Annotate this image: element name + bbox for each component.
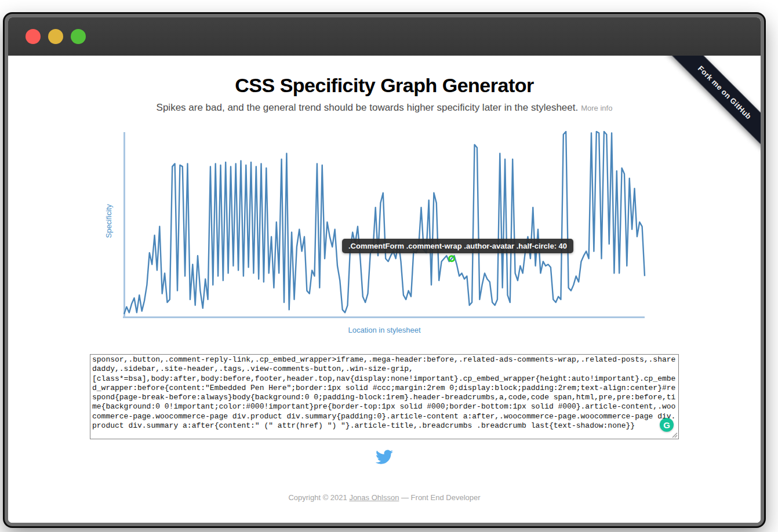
y-axis-label: Specificity (104, 204, 113, 238)
zoom-button[interactable] (71, 29, 86, 44)
author-link[interactable]: Jonas Ohlsson (349, 493, 399, 502)
specificity-chart: Specificity .CommentForm .comment-wrap .… (110, 131, 655, 334)
footer: Copyright © 2021 Jonas Ohlsson — Front E… (90, 493, 679, 502)
copyright-text: Copyright © 2021 (288, 493, 349, 502)
css-input[interactable]: sponsor,.button,.comment-reply-link,.cp_… (90, 354, 679, 439)
chart-tooltip: .CommentForm .comment-wrap .author-avata… (342, 239, 573, 253)
twitter-bird-icon (376, 450, 393, 464)
footer-suffix: — Front End Developer (399, 493, 480, 502)
more-info-link[interactable]: More info (581, 104, 612, 112)
app-window: Fork me on GitHub CSS Specificity Graph … (5, 14, 764, 526)
window-titlebar (8, 17, 761, 56)
page-title: CSS Specificity Graph Generator (90, 74, 679, 97)
resize-grip-icon[interactable] (671, 432, 678, 438)
specificity-line (124, 132, 645, 314)
page-subtitle: Spikes are bad, and the general trend sh… (90, 102, 679, 114)
close-button[interactable] (26, 29, 41, 44)
twitter-link[interactable] (376, 450, 393, 467)
specificity-chart-svg[interactable] (110, 131, 655, 322)
grammarly-icon[interactable]: G (660, 418, 674, 432)
page-content: Fork me on GitHub CSS Specificity Graph … (8, 56, 761, 523)
minimize-button[interactable] (48, 29, 63, 44)
x-axis-label: Location in stylesheet (124, 326, 645, 334)
css-editor: sponsor,.button,.comment-reply-link,.cp_… (90, 354, 679, 439)
subtitle-text: Spikes are bad, and the general trend sh… (157, 102, 579, 113)
